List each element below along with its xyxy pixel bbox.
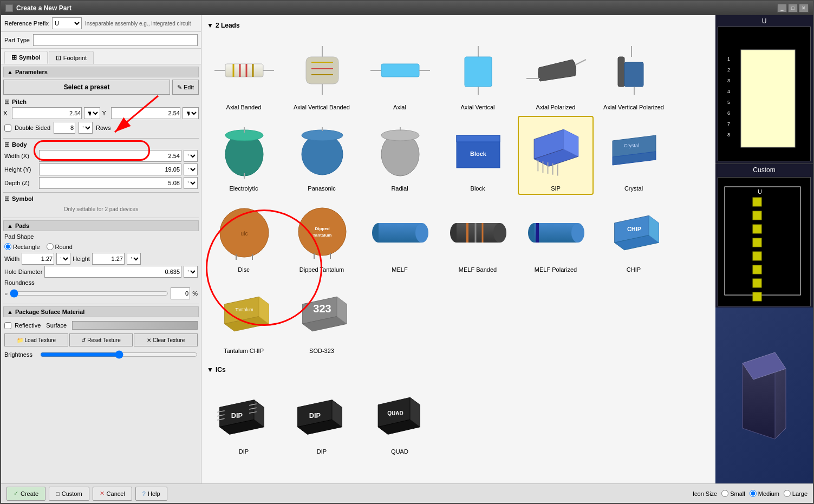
pad-height-input[interactable] <box>92 253 125 265</box>
svg-rect-116 <box>753 225 761 233</box>
body-height-unit[interactable]: ▼ <box>184 163 198 175</box>
pad-height-unit[interactable]: ▼ <box>127 253 141 265</box>
component-axial-polarized-img <box>521 38 591 103</box>
rows-dropdown[interactable]: ▼ <box>79 122 93 134</box>
component-chip[interactable]: CHIP CHIP <box>596 197 672 276</box>
component-axial-vertical-polarized[interactable]: Axial Vertical Polarized <box>596 35 672 114</box>
rows-input[interactable] <box>54 122 75 134</box>
component-tantalum-chip[interactable]: Tantalum Tantalum CHIP <box>206 278 282 357</box>
panasonic-svg: 10 CFK 324 <box>290 125 355 179</box>
body-icon: ⊞ <box>4 141 10 148</box>
component-axial-vertical[interactable]: Axial Vertical <box>440 35 516 114</box>
size-medium-radio[interactable] <box>750 490 757 497</box>
pitch-x-unit[interactable]: ▼ <box>84 107 100 119</box>
svg-text:Crystal: Crystal <box>624 143 639 148</box>
component-axial[interactable]: Axial <box>362 35 438 114</box>
preset-btn[interactable]: Select a preset <box>3 80 170 95</box>
pad-rect-radio-label[interactable]: Rectangle <box>4 243 40 250</box>
gallery-leads-header[interactable]: ▼ 2 Leads <box>206 19 711 31</box>
size-small-label[interactable]: Small <box>721 490 745 497</box>
axial-vertical-svg <box>446 43 511 97</box>
body-depth-unit[interactable]: ▼ <box>184 177 198 189</box>
axial-banded-svg <box>212 43 277 97</box>
component-axial-vertical-banded-img <box>287 38 357 103</box>
svg-rect-13 <box>381 64 419 77</box>
body-width-input[interactable] <box>39 150 181 162</box>
component-dip1[interactable]: DIP DIP <box>206 379 282 458</box>
params-title: ▲ Parameters <box>7 69 48 75</box>
component-axial-vertical-label: Axial Vertical <box>443 104 512 110</box>
component-panasonic[interactable]: 10 CFK 324 Panasonic <box>284 116 360 195</box>
maximize-btn[interactable]: □ <box>788 4 798 12</box>
component-axial-vertical-banded[interactable]: Axial Vertical Banded <box>284 35 360 114</box>
component-axial-vertical-polarized-label: Axial Vertical Polarized <box>599 104 668 110</box>
part-type-input[interactable] <box>33 34 198 46</box>
pad-round-radio-label[interactable]: Round <box>47 243 73 250</box>
component-electrolytic[interactable]: Electrolytic <box>206 116 282 195</box>
body-height-input[interactable] <box>39 163 181 175</box>
reset-texture-btn[interactable]: ↺ Reset Texture <box>69 333 133 346</box>
component-dipped-tantalum[interactable]: Dipped Tantalum Dipped Tantalum <box>284 197 360 276</box>
edit-btn[interactable]: ✎ Edit <box>172 80 199 95</box>
pitch-y-input[interactable] <box>111 107 181 119</box>
component-axial-banded[interactable]: Axial Banded <box>206 35 282 114</box>
svg-rect-111 <box>741 50 795 147</box>
body-width-unit[interactable]: ▼ <box>184 150 198 162</box>
double-sided-checkbox[interactable] <box>4 125 11 132</box>
clear-texture-btn[interactable]: ✕ Clear Texture <box>134 333 198 346</box>
roundness-input[interactable] <box>171 287 190 299</box>
reflective-checkbox[interactable] <box>4 322 11 329</box>
load-texture-btn[interactable]: 📁 Load Texture <box>4 333 68 346</box>
tab-footprint[interactable]: ⊡ Footprint <box>49 51 94 64</box>
help-btn[interactable]: ? Help <box>135 487 167 501</box>
size-large-radio[interactable] <box>784 490 791 497</box>
roundness-slider[interactable] <box>10 289 168 298</box>
body-depth-input[interactable] <box>39 177 181 189</box>
component-crystal[interactable]: Crystal Crystal <box>596 116 672 195</box>
window-title: Create a New Part <box>16 4 774 12</box>
component-crystal-img: Crystal <box>599 119 669 184</box>
pad-round-radio[interactable] <box>47 243 54 250</box>
pad-width-input[interactable] <box>22 253 54 265</box>
hole-unit[interactable]: ▼ <box>184 266 198 278</box>
pitch-y-unit[interactable]: ▼ <box>183 107 199 119</box>
tab-symbol[interactable]: ⊞ Symbol <box>4 51 48 64</box>
dip1-svg: DIP <box>212 388 277 442</box>
component-melf-banded[interactable]: MELF Banded <box>440 197 516 276</box>
component-dip2[interactable]: DIP DIP <box>284 379 360 458</box>
gallery-ics-title: ICs <box>216 366 226 374</box>
component-disc[interactable]: uic Disc <box>206 197 282 276</box>
component-sip[interactable]: SIP <box>518 116 594 195</box>
minimize-btn[interactable]: _ <box>777 4 787 12</box>
pads-section-header[interactable]: ▲ Pads <box>3 220 199 231</box>
schematic-title: U <box>718 17 811 25</box>
brightness-slider[interactable] <box>40 350 198 359</box>
size-large-label[interactable]: Large <box>784 490 808 497</box>
component-sod323[interactable]: 323 SOD-323 <box>284 278 360 357</box>
create-btn[interactable]: ✓ Create <box>6 487 45 501</box>
gallery-ics-header[interactable]: ▼ ICs <box>206 364 711 376</box>
component-sip-img <box>521 119 591 184</box>
hole-input[interactable] <box>44 266 181 278</box>
component-axial-polarized-label: Axial Polarized <box>521 104 590 110</box>
package-section-header[interactable]: ▲ Package Suface Material <box>3 306 199 317</box>
component-axial-polarized[interactable]: Axial Polarized <box>518 35 594 114</box>
size-medium-label[interactable]: Medium <box>750 490 779 497</box>
size-small-radio[interactable] <box>721 490 728 497</box>
pitch-x-input[interactable] <box>12 107 82 119</box>
component-quad[interactable]: QUAD QUAD <box>362 379 438 458</box>
component-radial[interactable]: Radial <box>362 116 438 195</box>
custom-btn[interactable]: □ Custom <box>49 487 89 501</box>
pad-rect-radio[interactable] <box>4 243 11 250</box>
component-melf[interactable]: MELF <box>362 197 438 276</box>
svg-text:U: U <box>758 188 762 195</box>
component-block[interactable]: Block Block <box>440 116 516 195</box>
pad-width-unit[interactable]: ▼ <box>56 253 70 265</box>
cancel-btn[interactable]: ✕ Cancel <box>93 487 132 501</box>
pad-shape-radio-group: Rectangle Round <box>3 241 199 252</box>
params-section-header[interactable]: ▲ Parameters <box>3 67 199 77</box>
schematic-preview: 1 2 3 4 5 6 7 8 <box>718 27 811 161</box>
ref-prefix-select[interactable]: U R C <box>52 17 82 29</box>
component-melf-polarized[interactable]: MELF Polarized <box>518 197 594 276</box>
close-btn[interactable]: ✕ <box>799 4 809 12</box>
